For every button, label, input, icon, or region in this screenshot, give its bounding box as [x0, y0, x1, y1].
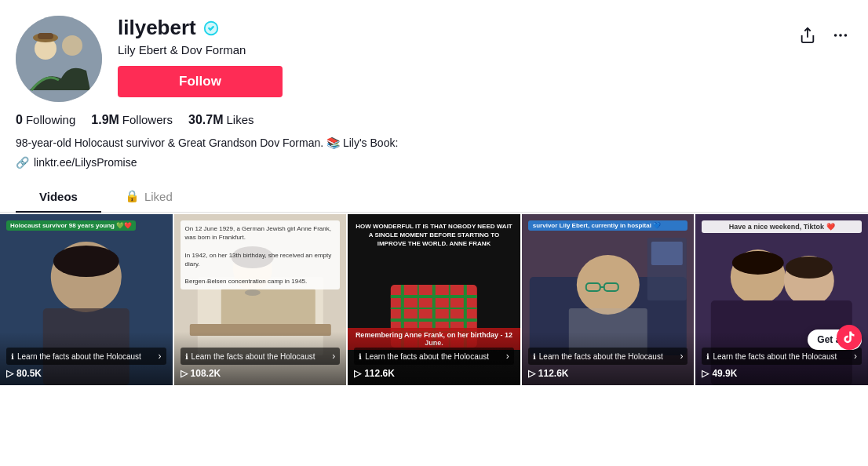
likes-stat: 30.7M Likes: [188, 113, 254, 127]
share-button[interactable]: [796, 24, 819, 51]
play-count-3: ▷ 112.6K: [354, 368, 514, 379]
tab-liked[interactable]: 🔒 Liked: [101, 181, 196, 213]
learn-facts-text-2: ℹ Learn the facts about the Holocaust: [185, 351, 315, 362]
play-count-4: ▷ 112.6K: [528, 368, 688, 379]
following-count: 0: [16, 113, 23, 127]
svg-rect-39: [651, 242, 683, 265]
svg-point-12: [53, 246, 119, 277]
profile-link[interactable]: linktr.ee/LilysPromise: [34, 156, 137, 169]
avatar: [16, 16, 102, 102]
svg-point-18: [244, 289, 260, 296]
svg-rect-4: [38, 33, 53, 39]
svg-point-7: [839, 34, 842, 37]
display-name: Lily Ebert & Dov Forman: [118, 43, 283, 56]
video-tag-1: Holocaust survivor 98 years young 💚❤️: [6, 220, 136, 231]
chevron-right-1: ›: [159, 351, 162, 362]
tabs-row: Videos 🔒 Liked: [0, 181, 868, 213]
tab-videos-label: Videos: [39, 190, 78, 203]
play-icon-1: ▷: [6, 368, 13, 379]
followers-stat: 1.9M Followers: [91, 113, 173, 127]
video-card-5[interactable]: Have a nice weekend, Tiktok ❤️ ℹ Learn t…: [695, 214, 868, 385]
username-row: lilyebert: [118, 16, 283, 40]
following-stat: 0 Following: [16, 113, 75, 127]
chevron-right-5: ›: [854, 351, 857, 362]
likes-count: 30.7M: [188, 113, 223, 127]
chevron-right-2: ›: [332, 351, 335, 362]
following-label: Following: [26, 113, 75, 126]
svg-point-45: [786, 257, 833, 279]
tab-liked-label: Liked: [144, 190, 173, 203]
tab-videos[interactable]: Videos: [16, 181, 101, 213]
play-count-2: ▷ 108.2K: [181, 368, 341, 379]
video-card-1[interactable]: Holocaust survivor 98 years young 💚❤️ ℹ …: [0, 214, 173, 385]
video-overlay-bottom-1: ℹ Learn the facts about the Holocaust › …: [0, 332, 173, 385]
stats-row: 0 Following 1.9M Followers 30.7M Likes: [16, 113, 852, 127]
svg-point-8: [844, 34, 848, 37]
profile-section: lilyebert Lily Ebert & Dov Forman Follow: [0, 0, 868, 169]
tiktok-logo: [837, 325, 862, 350]
likes-label: Likes: [227, 113, 254, 126]
play-icon-5: ▷: [702, 368, 709, 379]
anne-frank-quote: HOW WONDERFUL IT IS THAT NOBODY NEED WAI…: [348, 217, 520, 253]
svg-point-44: [732, 251, 784, 275]
learn-facts-text-4: ℹ Learn the facts about the Holocaust: [533, 351, 663, 362]
lock-icon: 🔒: [125, 189, 140, 203]
chevron-right-4: ›: [680, 351, 683, 362]
username: lilyebert: [118, 16, 196, 40]
more-button[interactable]: [829, 24, 852, 51]
weekend-tag: Have a nice weekend, Tiktok ❤️: [702, 220, 862, 233]
videos-grid: Holocaust survivor 98 years young 💚❤️ ℹ …: [0, 213, 868, 385]
follow-button[interactable]: Follow: [118, 66, 283, 97]
video-overlay-bottom-4: ℹ Learn the facts about the Holocaust › …: [522, 332, 695, 385]
learn-facts-text-5: ℹ Learn the facts about the Holocaust: [706, 351, 837, 362]
video-card-2[interactable]: On 12 June 1929, a German Jewish girl An…: [174, 214, 347, 385]
action-buttons: [796, 24, 852, 51]
video-overlay-bottom-3: ℹ Learn the facts about the Holocaust › …: [348, 332, 520, 385]
svg-point-2: [62, 35, 82, 56]
video-card-4[interactable]: survivor Lily Ebert, currently in hospit…: [522, 214, 695, 385]
learn-facts-text-3: ℹ Learn the facts about the Holocaust: [359, 351, 489, 362]
link-row: 🔗 linktr.ee/LilysPromise: [16, 156, 852, 169]
video-card-3[interactable]: HOW WONDERFUL IT IS THAT NOBODY NEED WAI…: [348, 214, 520, 385]
verified-icon: [202, 20, 220, 37]
followers-label: Followers: [122, 113, 173, 126]
play-count-1: ▷ 80.5K: [6, 368, 166, 379]
bio: 98-year-old Holocaust survivor & Great G…: [16, 135, 424, 151]
link-icon: 🔗: [16, 156, 29, 169]
chevron-right-3: ›: [506, 351, 509, 362]
svg-point-6: [834, 34, 837, 37]
play-icon-2: ▷: [181, 368, 188, 379]
profile-header: lilyebert Lily Ebert & Dov Forman Follow: [16, 16, 283, 102]
hospital-tag: survivor Lily Ebert, currently in hospit…: [528, 220, 688, 231]
play-count-5: ▷ 49.9K: [702, 368, 862, 379]
play-icon-3: ▷: [354, 368, 361, 379]
followers-count: 1.9M: [91, 113, 119, 127]
anne-frank-overlay: On 12 June 1929, a German Jewish girl An…: [181, 220, 341, 289]
video-overlay-bottom-2: ℹ Learn the facts about the Holocaust › …: [174, 332, 347, 385]
learn-facts-text-1: ℹ Learn the facts about the Holocaust: [11, 351, 141, 362]
play-icon-4: ▷: [528, 368, 535, 379]
profile-info: lilyebert Lily Ebert & Dov Forman Follow: [118, 16, 283, 97]
